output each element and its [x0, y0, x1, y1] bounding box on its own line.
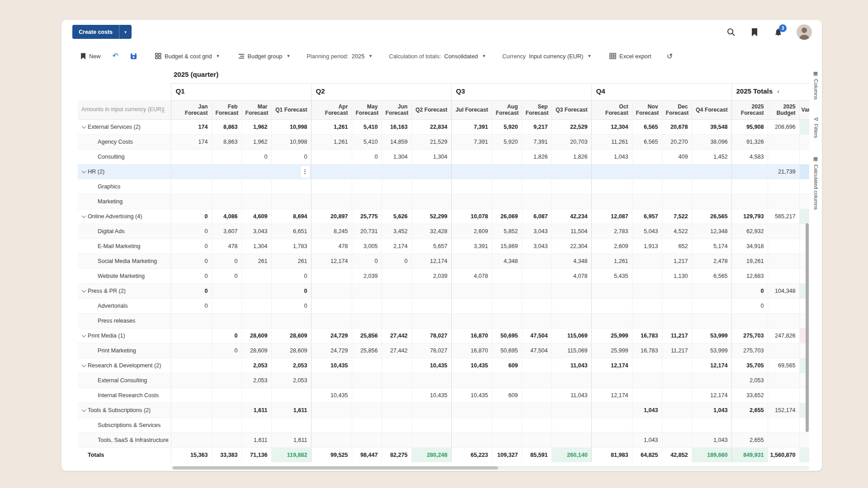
row-label[interactable]: Subscriptions & Services	[78, 418, 171, 432]
grid-cell[interactable]	[492, 149, 522, 164]
grid-cell[interactable]	[731, 313, 768, 328]
grid-cell[interactable]	[451, 283, 492, 298]
grid-cell[interactable]	[382, 373, 411, 388]
grid-cell[interactable]: 2,053	[731, 373, 768, 388]
kebab-menu-icon[interactable]: ⋮	[160, 106, 169, 113]
grid-cell[interactable]	[171, 313, 212, 328]
grid-cell[interactable]	[632, 298, 662, 313]
grid-cell[interactable]: 8,245	[311, 224, 352, 239]
grid-cell[interactable]	[632, 268, 662, 283]
grid-cell[interactable]	[171, 373, 212, 388]
new-view-button[interactable]: New	[80, 53, 101, 60]
totals-calculation-menu[interactable]: Calculation of totals: Consolidated ▼	[389, 53, 486, 60]
grid-cell[interactable]	[212, 283, 241, 298]
grid-cell[interactable]: 0	[171, 268, 212, 283]
variance-cell[interactable]	[799, 134, 809, 149]
row-label[interactable]: Agency Costs	[78, 134, 171, 149]
variance-cell[interactable]	[799, 164, 809, 179]
grid-cell[interactable]	[632, 253, 662, 268]
tab-columns[interactable]: ▦ Columns	[813, 70, 819, 99]
row-menu-kebab-icon[interactable]: ⋮	[301, 166, 310, 178]
grid-cell[interactable]: 6,565	[692, 268, 731, 283]
grid-cell[interactable]	[451, 253, 492, 268]
grid-cell[interactable]	[768, 313, 799, 328]
grid-cell[interactable]: 4,086	[212, 209, 241, 224]
grid-cell[interactable]	[768, 239, 799, 253]
grid-cell[interactable]	[522, 388, 552, 403]
grid-cell[interactable]: 609	[492, 358, 522, 373]
grid-cell[interactable]	[632, 179, 662, 194]
grid-cell[interactable]: 12,174	[692, 358, 731, 373]
grid-cell[interactable]: 5,852	[492, 224, 522, 239]
grid-cell[interactable]: 95,908	[731, 119, 768, 134]
grid-cell[interactable]: 35,705	[731, 358, 768, 373]
grid-cell[interactable]: 2,783	[591, 224, 632, 239]
grid-cell[interactable]	[492, 313, 522, 328]
grid-cell[interactable]	[552, 194, 591, 209]
grid-cell[interactable]	[212, 164, 241, 179]
grid-cell[interactable]: 8,694	[271, 209, 311, 224]
grid-cell[interactable]	[352, 403, 382, 418]
grid-cell[interactable]	[731, 179, 768, 194]
grid-cell[interactable]: 71,136	[241, 447, 271, 462]
grid-cell[interactable]	[171, 149, 212, 164]
grid-cell[interactable]: 1,611	[241, 432, 271, 447]
grid-cell[interactable]	[171, 403, 212, 418]
grid-cell[interactable]	[768, 388, 799, 403]
row-label[interactable]: External Consulting	[78, 373, 171, 388]
grid-cell[interactable]: 0	[731, 298, 768, 313]
grid-cell[interactable]: 2,655	[731, 403, 768, 418]
grid-cell[interactable]	[662, 432, 692, 447]
grid-cell[interactable]: 119,882	[271, 447, 311, 462]
grid-cell[interactable]: 275,703	[731, 328, 768, 343]
grid-cell[interactable]: 11,504	[552, 224, 591, 239]
grid-cell[interactable]	[662, 313, 692, 328]
grid-cell[interactable]: 38,096	[692, 134, 731, 149]
grid-cell[interactable]: 4,348	[552, 253, 591, 268]
grid-cell[interactable]: 52,299	[411, 209, 451, 224]
grid-cell[interactable]: 20,703	[552, 134, 591, 149]
grid-cell[interactable]: 478	[212, 239, 241, 253]
grid-cell[interactable]: 0	[212, 268, 241, 283]
grid-cell[interactable]: 1,913	[632, 239, 662, 253]
grid-cell[interactable]: 0	[271, 298, 311, 313]
grid-cell[interactable]: 0	[731, 283, 768, 298]
grid-cell[interactable]	[212, 373, 241, 388]
grid-cell[interactable]	[768, 343, 799, 358]
grid-cell[interactable]: 78,027	[411, 343, 451, 358]
budget-group-menu[interactable]: Budget group ▼	[238, 53, 291, 60]
grid-cell[interactable]	[522, 298, 552, 313]
grid-cell[interactable]: 1,043	[632, 432, 662, 447]
grid-cell[interactable]: 0	[212, 343, 241, 358]
grid-cell[interactable]: 10,998	[271, 134, 311, 149]
grid-cell[interactable]: 0	[271, 149, 311, 164]
grid-cell[interactable]: 81,983	[591, 447, 632, 462]
grid-cell[interactable]	[591, 432, 632, 447]
grid-cell[interactable]	[382, 164, 411, 179]
grid-cell[interactable]: 174	[171, 119, 212, 134]
grid-cell[interactable]	[451, 418, 492, 432]
grid-cell[interactable]: 260,140	[552, 447, 591, 462]
grid-cell[interactable]: 53,999	[692, 328, 731, 343]
grid-cell[interactable]: 1,217	[662, 253, 692, 268]
currency-menu[interactable]: Currency Input currency (EUR) ▼	[502, 53, 591, 60]
grid-cell[interactable]	[311, 418, 352, 432]
grid-cell[interactable]	[411, 418, 451, 432]
grid-cell[interactable]	[171, 328, 212, 343]
variance-cell[interactable]	[799, 194, 809, 209]
undo-button[interactable]: ↶	[113, 52, 118, 60]
grid-cell[interactable]: 0	[352, 253, 382, 268]
grid-cell[interactable]: 10,435	[311, 358, 352, 373]
grid-cell[interactable]	[591, 179, 632, 194]
grid-cell[interactable]	[662, 179, 692, 194]
create-costs-caret[interactable]: ▾	[119, 25, 132, 39]
grid-cell[interactable]: 1,261	[311, 134, 352, 149]
grid-cell[interactable]: 1,560,870	[768, 447, 799, 462]
grid-cell[interactable]	[731, 194, 768, 209]
quarter-header-q1[interactable]: Q1	[171, 83, 311, 100]
grid-cell[interactable]: 9,217	[522, 119, 552, 134]
grid-cell[interactable]: 5,174	[692, 239, 731, 253]
horizontal-scrollbar-thumb[interactable]	[173, 466, 498, 469]
grid-cell[interactable]: 78,027	[411, 328, 451, 343]
grid-cell[interactable]: 11,043	[552, 358, 591, 373]
